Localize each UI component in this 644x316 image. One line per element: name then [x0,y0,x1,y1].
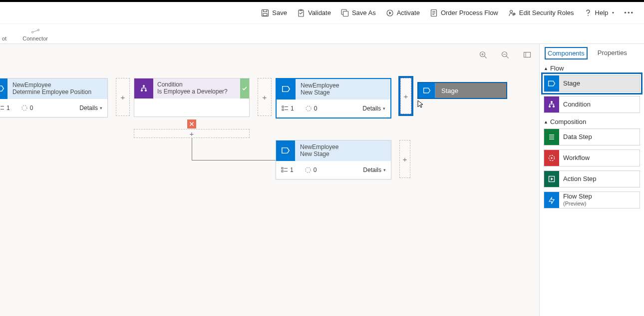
tab-components[interactable]: Components [545,47,588,60]
side-panel-tabs: Components Properties [540,44,644,60]
svg-point-13 [510,10,512,12]
stage-card-determine-position[interactable]: NewEmployee Determine Employee Position … [0,78,108,118]
edit-security-roles-button[interactable]: Edit Security Roles [503,6,579,20]
section-header-composition[interactable]: ▲ Composition [540,113,644,128]
component-item-flow-step[interactable]: Flow Step (Preview) [544,192,640,208]
stage-icon [276,140,295,161]
tab-properties[interactable]: Properties [597,47,628,60]
order-label: Order Process Flow [441,9,498,16]
canvas-content: NewEmployee Determine Employee Position … [0,44,539,316]
svg-marker-72 [551,178,554,180]
security-label: Edit Security Roles [519,9,574,16]
section-header-flow[interactable]: ▲ Flow [540,60,644,75]
steps-count: 1 [6,104,10,112]
ghost-label: Stage [435,87,506,94]
progress-icon [305,105,312,112]
drop-zone[interactable]: + [399,140,410,178]
help-icon [584,9,592,17]
help-button[interactable]: Help ▾ [579,6,620,20]
collapse-icon: ▲ [544,66,548,71]
tab-components-label: Components [548,50,585,57]
svg-marker-45 [283,86,290,92]
svg-point-41 [141,90,143,92]
condition-card[interactable]: Condition Is Employee a Developer? [134,78,250,117]
svg-point-17 [588,15,589,16]
order-process-flow-button[interactable]: Order Process Flow [425,6,503,20]
details-toggle[interactable]: Details ▾ [79,104,102,112]
progress-icon [305,166,312,174]
progress-icon [21,104,28,112]
overflow-menu[interactable]: ••• [619,6,639,20]
svg-rect-46 [282,106,284,108]
svg-point-50 [306,106,311,111]
order-icon [430,9,438,17]
svg-rect-53 [282,168,283,169]
stage-entity: NewEmployee [300,144,386,150]
flow-step-icon [544,192,559,208]
drop-zone-active[interactable]: + [400,78,411,114]
section-composition-label: Composition [550,118,586,126]
component-condition-label: Condition [559,101,640,108]
component-item-data-step[interactable]: Data Step [544,128,640,146]
progress-count: 0 [314,105,318,112]
section-flow-label: Flow [550,64,564,72]
stage-entity: NewEmployee [301,82,385,89]
drop-zone[interactable]: + [258,78,272,116]
component-item-stage[interactable]: Stage [544,75,640,92]
svg-marker-51 [423,88,430,93]
svg-point-59 [551,101,553,103]
stage-icon [0,78,7,99]
connector-label: Connector [22,36,48,42]
stage-entity: NewEmployee [12,82,102,88]
drop-zone[interactable]: + [116,78,130,116]
workflow-icon [544,150,559,166]
svg-point-42 [145,90,147,92]
save-as-button[interactable]: Save As [336,6,381,20]
activate-icon [386,9,394,17]
cursor-icon [417,100,424,110]
component-flow-step-label: Flow Step (Preview) [559,193,640,208]
svg-rect-1 [264,10,267,12]
connector-button[interactable]: Connector [14,28,56,44]
details-toggle[interactable]: Details ▾ [362,105,385,112]
condition-true-badge [240,78,249,98]
validate-button[interactable]: Validate [292,6,336,20]
snapshot-button-cut[interactable]: ot [0,36,14,44]
condition-question: Is Employee a Developer? [157,88,236,95]
connector-line [192,138,192,160]
side-panel: Components Properties ▲ Flow Stage Condi… [539,44,644,316]
component-action-step-label: Action Step [559,176,640,182]
stage-card-new-stage-2[interactable]: NewEmployee New Stage 1 [276,140,391,180]
connector-icon [31,28,40,34]
details-toggle[interactable]: Details ▾ [363,166,386,174]
component-item-workflow[interactable]: Workflow [544,150,640,166]
save-as-label: Save As [352,9,376,16]
component-item-condition[interactable]: Condition [544,96,640,113]
activate-button[interactable]: Activate [381,6,425,20]
save-as-icon [341,9,349,17]
stage-name: New Stage [300,150,386,158]
stage-icon [418,83,435,98]
component-workflow-label: Workflow [559,154,640,162]
save-button[interactable]: Save [256,6,292,20]
steps-count-icon [282,105,289,112]
stage-icon [544,76,559,92]
plus-icon: + [121,94,125,101]
condition-title: Condition [157,81,236,88]
stage-icon [277,79,296,100]
svg-point-70 [551,157,552,158]
tab-properties-label: Properties [598,49,627,56]
svg-rect-6 [343,11,348,16]
plus-icon: + [190,130,194,138]
drop-zone[interactable]: + [134,129,250,138]
ribbon-sub-toolbar: ot Connector [0,24,644,44]
stage-card-new-stage-1[interactable]: NewEmployee New Stage 1 [276,78,391,118]
component-item-action-step[interactable]: Action Step [544,170,640,188]
activate-label: Activate [397,9,420,16]
stage-name: Determine Employee Position [12,88,102,96]
connector-line [192,160,276,160]
designer-canvas[interactable]: NewEmployee Determine Employee Position … [0,44,539,316]
progress-count: 0 [314,166,317,174]
details-label: Details [363,166,381,174]
svg-point-19 [37,29,39,30]
